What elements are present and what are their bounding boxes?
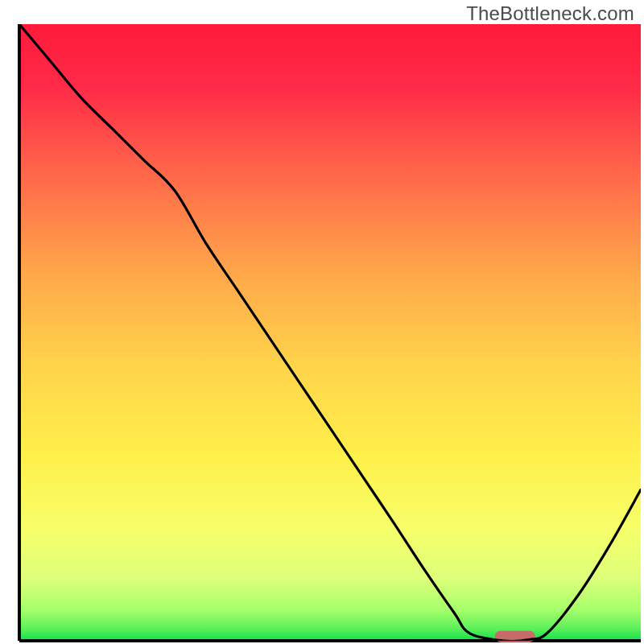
chart-container: TheBottleneck.com <box>0 0 644 644</box>
gradient-background <box>19 24 641 641</box>
chart-plot <box>0 0 644 644</box>
